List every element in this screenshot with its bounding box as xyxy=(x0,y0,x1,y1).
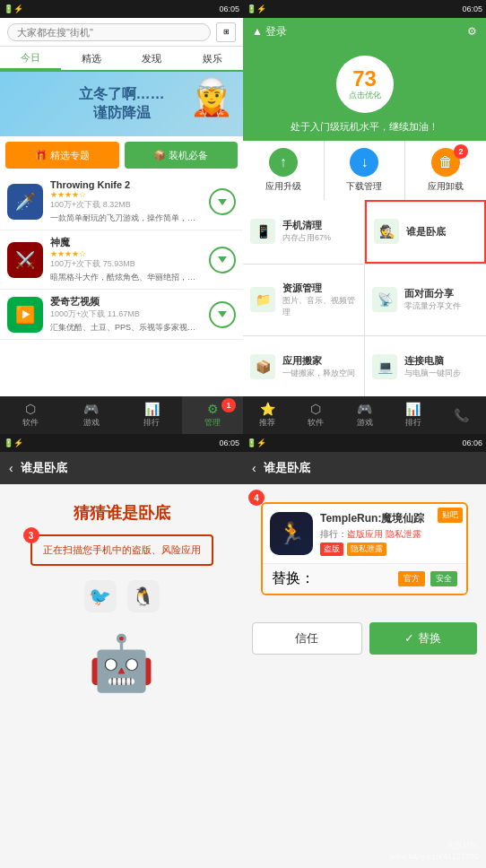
badge-3: 3 xyxy=(23,527,39,543)
rank-warning: 盗版应用 隐私泄露 xyxy=(347,529,421,539)
nav-games-label: 游戏 xyxy=(83,417,100,429)
action-upgrade[interactable]: ↑ 应用升级 xyxy=(243,141,324,200)
upgrade-icon: ↑ xyxy=(269,148,298,177)
bottom-nav-2: ⭐ 推荐 ⬡ 软件 🎮 游戏 📊 排行 📞 xyxy=(243,396,486,434)
nav-games2[interactable]: 🎮 游戏 xyxy=(340,396,388,434)
tool-spy[interactable]: 🕵 谁是卧底 xyxy=(365,200,486,264)
app-icon-shenmuo: ⚔️ xyxy=(7,242,43,278)
tool-share-name: 面对面分享 xyxy=(404,287,461,300)
software-icon: ⬡ xyxy=(25,402,36,416)
app-desc: 暗黑格斗大作，酷炫角色、华丽绝招，无锁定战斗。 xyxy=(50,272,202,283)
tool-connect[interactable]: 💻 连接电脑 与电脑一键同步 xyxy=(365,336,486,396)
featured-topics-btn[interactable]: 🎁 精选专题 xyxy=(5,142,119,169)
signal-icons: 🔋⚡ xyxy=(4,4,23,13)
resources-icon: 📁 xyxy=(250,287,275,312)
tool-connect-info: 连接电脑 与电脑一键同步 xyxy=(404,354,461,379)
tool-spy-name: 谁是卧底 xyxy=(406,225,446,239)
app-name: Throwing Knife 2 xyxy=(50,179,202,190)
tools-grid: 📱 手机清理 内存占用67% 🕵 谁是卧底 📁 资源管理 图片、音乐、视频管理 xyxy=(243,200,486,396)
login-title: ▲ 登录 xyxy=(252,24,287,39)
spy-robot-character: 🤖 xyxy=(86,627,158,699)
badge-2: 2 xyxy=(454,144,468,159)
download-btn-0[interactable] xyxy=(209,188,236,215)
status-bar-1: 🔋⚡ 06:05 xyxy=(0,0,243,18)
trust-button[interactable]: 信任 xyxy=(252,622,362,655)
app-info-iqiyi: 爱奇艺视频 1000万+次下载 11.67MB 汇集优酷、土豆、PPS、乐视等多… xyxy=(50,295,202,334)
score-action-label: 点击优化 xyxy=(349,90,381,101)
manage-icon: ⚙ xyxy=(207,402,219,416)
result-tags: 盗版 隐私泄露 xyxy=(320,542,459,556)
tool-spy-info: 谁是卧底 xyxy=(406,225,446,239)
panel-spy: 🔋⚡ 06:05 ‹ 谁是卧底 猜猜谁是卧底 正在扫描您手机中的盗版、风险应用 … xyxy=(0,434,243,868)
tool-clean[interactable]: 📱 手机清理 内存占用67% xyxy=(243,200,364,264)
action-uninstall[interactable]: 🗑 应用卸载 2 xyxy=(405,141,486,200)
app-meta: 1000万+次下载 11.67MB xyxy=(50,308,202,320)
tool-share-sub: 零流量分享文件 xyxy=(404,300,461,312)
status-icons-left: 🔋⚡ xyxy=(4,4,23,13)
tool-move[interactable]: 📦 应用搬家 一键搬家，释放空间 xyxy=(243,336,364,396)
back-button-3[interactable]: ‹ xyxy=(9,461,13,475)
scanning-box: 正在扫描您手机中的盗版、风险应用 xyxy=(30,534,213,566)
app-meta: 100万+次下载 75.93MB xyxy=(50,258,202,270)
tab-featured[interactable]: 精选 xyxy=(61,47,122,70)
app-item-iqiyi[interactable]: ▶️ 爱奇艺视频 1000万+次下载 11.67MB 汇集优酷、土豆、PPS、乐… xyxy=(0,290,243,340)
tab-today[interactable]: 今日 xyxy=(0,47,61,70)
status-bar-3: 🔋⚡ 06:05 xyxy=(0,434,243,452)
download-arrow-icon xyxy=(218,311,227,317)
search-input[interactable] xyxy=(7,23,211,41)
qr-icon[interactable]: ⊞ xyxy=(216,22,236,42)
action-grid: ↑ 应用升级 ↓ 下载管理 🗑 应用卸载 2 xyxy=(243,141,486,200)
tool-move-info: 应用搬家 一键搬家，释放空间 xyxy=(282,354,355,379)
download-arrow-icon xyxy=(218,199,227,205)
app-item-throwing-knife[interactable]: 🗡️ Throwing Knife 2 ★★★★☆ 100万+次下载 8.32M… xyxy=(0,174,243,230)
official-label: 官方 xyxy=(398,571,425,586)
back-button-4[interactable]: ‹ xyxy=(252,461,256,475)
tool-resources-name: 资源管理 xyxy=(282,282,357,295)
recommend-icon: ⭐ xyxy=(260,402,275,416)
download-label: 下载管理 xyxy=(346,180,382,193)
ranking-icon: 📊 xyxy=(144,402,160,416)
search-bar: ⊞ xyxy=(0,18,243,47)
tool-share[interactable]: 📡 面对面分享 零流量分享文件 xyxy=(365,265,486,336)
tool-resources[interactable]: 📁 资源管理 图片、音乐、视频管理 xyxy=(243,265,364,336)
result-header-title: 谁是卧底 xyxy=(264,460,310,476)
tab-entertainment[interactable]: 娱乐 xyxy=(182,47,243,70)
spy-icon: 🕵 xyxy=(374,219,399,244)
nav-software[interactable]: ⬡ 软件 xyxy=(0,396,61,434)
nav-recommend[interactable]: ⭐ 推荐 xyxy=(243,396,291,434)
app-item-shenmuo[interactable]: ⚔️ 神魔 ★★★★☆ 100万+次下载 75.93MB 暗黑格斗大作，酷炫角色… xyxy=(0,230,243,290)
tool-move-sub: 一键搬家，释放空间 xyxy=(282,368,355,379)
app-stars: ★★★★☆ xyxy=(50,190,202,199)
score-circle[interactable]: 73 点击优化 xyxy=(336,56,394,113)
score-number: 73 xyxy=(352,68,377,90)
status-bar-2: 🔋⚡ 06:05 xyxy=(243,0,486,18)
replace-button[interactable]: ✓ 替换 xyxy=(369,622,478,655)
nav-ranking[interactable]: 📊 排行 xyxy=(122,396,183,434)
banner[interactable]: 立冬了啊……谨防降温 🧝 xyxy=(0,72,243,136)
download-btn-1[interactable] xyxy=(209,247,236,273)
app-list: 🗡️ Throwing Knife 2 ★★★★☆ 100万+次下载 8.32M… xyxy=(0,174,243,396)
nav-manage[interactable]: ⚙ 管理 1 xyxy=(182,396,243,434)
safe-label: 安全 xyxy=(430,571,457,586)
app-desc: 汇集优酷、土豆、PPS、乐视等多家视频网站资源 xyxy=(50,322,202,334)
nav-phone[interactable]: 📞 xyxy=(438,396,486,434)
settings-icon[interactable]: ⚙ xyxy=(467,25,477,38)
nav-games[interactable]: 🎮 游戏 xyxy=(61,396,122,434)
tool-resources-sub: 图片、音乐、视频管理 xyxy=(282,295,357,318)
app-name: 爱奇艺视频 xyxy=(50,295,202,308)
uninstall-label: 应用卸载 xyxy=(428,180,464,193)
nav-manage-label: 管理 xyxy=(204,417,221,429)
nav-soft2-label: 软件 xyxy=(308,417,324,429)
nav-soft2[interactable]: ⬡ 软件 xyxy=(291,396,340,434)
download-btn-2[interactable] xyxy=(209,301,236,328)
tag-piracy: 盗版 xyxy=(320,542,343,556)
move-icon: 📦 xyxy=(250,354,275,379)
action-download[interactable]: ↓ 下载管理 xyxy=(325,141,405,200)
must-install-btn[interactable]: 📦 装机必备 xyxy=(125,142,239,169)
app-icon-iqiyi: ▶️ xyxy=(7,297,43,333)
status-left-4: 🔋⚡ xyxy=(247,438,266,447)
tab-discover[interactable]: 发现 xyxy=(122,47,183,70)
nav-games2-label: 游戏 xyxy=(357,417,373,429)
nav-rank2[interactable]: 📊 排行 xyxy=(389,396,438,434)
tool-resources-info: 资源管理 图片、音乐、视频管理 xyxy=(282,282,357,318)
